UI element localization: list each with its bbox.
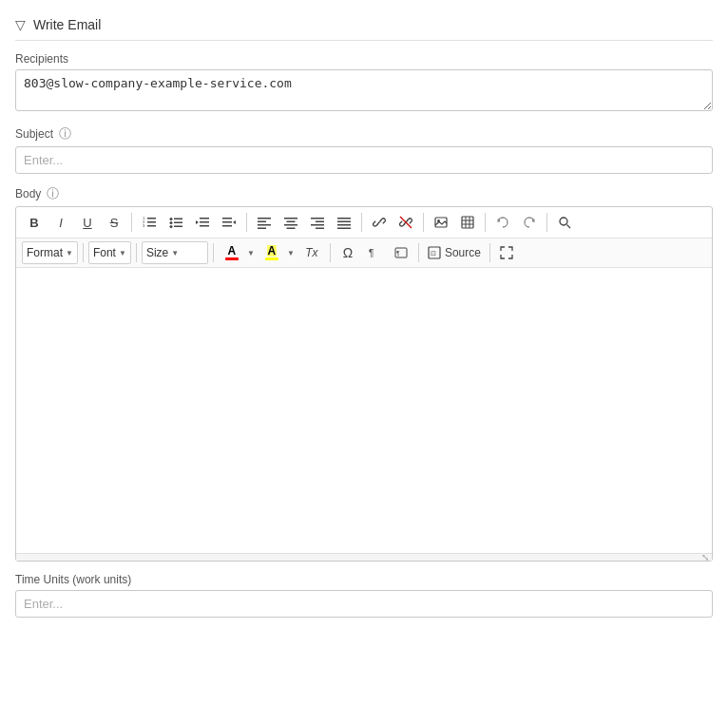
svg-rect-27: [287, 228, 296, 230]
align-left-button[interactable]: [252, 211, 277, 234]
svg-text:3.: 3.: [143, 223, 145, 228]
svg-rect-31: [316, 228, 324, 230]
svg-rect-13: [200, 221, 209, 223]
font-dropdown[interactable]: Font ▼: [88, 241, 131, 264]
font-color-letter: A: [228, 245, 237, 257]
size-dropdown[interactable]: Size ▼: [142, 241, 208, 264]
svg-rect-20: [258, 218, 271, 219]
svg-marker-15: [196, 220, 199, 224]
indent-less-button[interactable]: [190, 211, 215, 234]
subject-label: Subject ⓘ: [15, 125, 713, 143]
subject-info-icon[interactable]: ⓘ: [59, 125, 71, 143]
svg-rect-35: [337, 228, 351, 230]
svg-rect-12: [200, 218, 209, 219]
svg-marker-19: [233, 220, 236, 224]
bg-color-button[interactable]: A: [259, 241, 285, 264]
svg-rect-23: [258, 228, 266, 230]
svg-text:⊡: ⊡: [430, 250, 435, 257]
recipients-input[interactable]: 803@slow-company-example-service.com: [15, 69, 713, 111]
source-button[interactable]: ⊡ Source: [424, 244, 485, 261]
font-label: Font: [93, 246, 116, 259]
search-button[interactable]: [552, 211, 577, 234]
svg-text:¶: ¶: [396, 250, 400, 257]
indent-more-button[interactable]: [217, 211, 241, 234]
svg-rect-34: [337, 224, 351, 226]
svg-rect-11: [174, 226, 182, 228]
page-title: Write Email: [33, 17, 101, 32]
time-units-input[interactable]: [15, 590, 713, 618]
svg-rect-28: [311, 218, 324, 219]
body-info-icon[interactable]: ⓘ: [47, 185, 59, 202]
page-container: ▽ Write Email Recipients 803@slow-compan…: [0, 0, 728, 638]
recipients-group: Recipients 803@slow-company-example-serv…: [15, 52, 713, 114]
svg-rect-26: [284, 224, 297, 226]
svg-rect-2: [147, 225, 156, 227]
italic-button[interactable]: I: [48, 211, 73, 234]
image-button[interactable]: [429, 211, 453, 234]
font-color-button[interactable]: A: [219, 241, 245, 264]
body-group: Body ⓘ B I U S 1. 2. 3.: [15, 185, 713, 562]
svg-rect-29: [316, 221, 324, 223]
bold-button[interactable]: B: [22, 211, 47, 234]
table-button[interactable]: [455, 211, 480, 234]
clear-format-button[interactable]: Tx: [298, 241, 325, 264]
fullscreen-button[interactable]: [495, 241, 518, 264]
special1-button[interactable]: ¶: [362, 241, 387, 264]
svg-rect-18: [222, 225, 232, 227]
time-units-label-text: Time Units (work units): [15, 573, 131, 586]
svg-rect-0: [147, 218, 156, 219]
bg-color-dropdown[interactable]: ▼: [285, 241, 297, 264]
bg-color-bar: [265, 257, 278, 260]
svg-point-45: [560, 218, 567, 225]
subject-label-text: Subject: [15, 127, 53, 141]
svg-rect-32: [337, 218, 351, 219]
source-label: Source: [445, 246, 481, 259]
subject-input[interactable]: [15, 146, 713, 174]
svg-rect-33: [337, 221, 351, 223]
clear-format-label: Tx: [305, 246, 317, 259]
separator-2: [246, 213, 247, 232]
link-button[interactable]: [367, 211, 392, 234]
undo-button[interactable]: [490, 211, 515, 234]
subject-group: Subject ⓘ: [15, 125, 713, 174]
unordered-list-button[interactable]: [163, 211, 188, 234]
ordered-list-button[interactable]: 1. 2. 3.: [137, 211, 162, 234]
font-color-dropdown[interactable]: ▼: [245, 241, 257, 264]
format-dropdown[interactable]: Format ▼: [22, 241, 78, 264]
toolbar-row1: B I U S 1. 2. 3.: [16, 207, 712, 238]
separator-1: [131, 213, 132, 232]
font-color-bar: [225, 257, 239, 260]
body-label-text: Body: [15, 187, 41, 200]
collapse-icon[interactable]: ▽: [15, 17, 26, 32]
svg-point-6: [170, 218, 173, 220]
svg-rect-38: [462, 217, 473, 228]
unlink-button[interactable]: [393, 211, 418, 234]
separator-6: [546, 213, 547, 232]
svg-text:¶: ¶: [369, 248, 374, 258]
align-center-button[interactable]: [278, 211, 303, 234]
omega-symbol: Ω: [343, 245, 353, 260]
email-body-editor[interactable]: [16, 268, 712, 553]
svg-rect-30: [311, 224, 324, 226]
align-justify-button[interactable]: [332, 211, 356, 234]
svg-point-10: [170, 225, 173, 228]
align-right-button[interactable]: [305, 211, 330, 234]
bg-color-wrap: A ▼: [259, 241, 297, 264]
time-units-group: Time Units (work units): [15, 573, 713, 618]
strikethrough-button[interactable]: S: [102, 211, 126, 234]
special-chars-button[interactable]: Ω: [335, 241, 360, 264]
separator-5: [485, 213, 486, 232]
format-label: Format: [27, 246, 63, 259]
separator-11: [418, 243, 419, 262]
font-dropdown-arrow: ▼: [119, 249, 126, 257]
svg-rect-22: [258, 224, 271, 226]
editor-wrapper: B I U S 1. 2. 3.: [15, 206, 713, 562]
section-header: ▽ Write Email: [15, 10, 713, 41]
redo-button[interactable]: [517, 211, 542, 234]
resize-icon: ⤡: [701, 552, 709, 562]
svg-rect-24: [284, 218, 297, 219]
special2-button[interactable]: ¶: [389, 241, 413, 264]
underline-button[interactable]: U: [75, 211, 100, 234]
svg-rect-21: [258, 221, 266, 223]
editor-resize-handle[interactable]: ⤡: [16, 553, 712, 561]
